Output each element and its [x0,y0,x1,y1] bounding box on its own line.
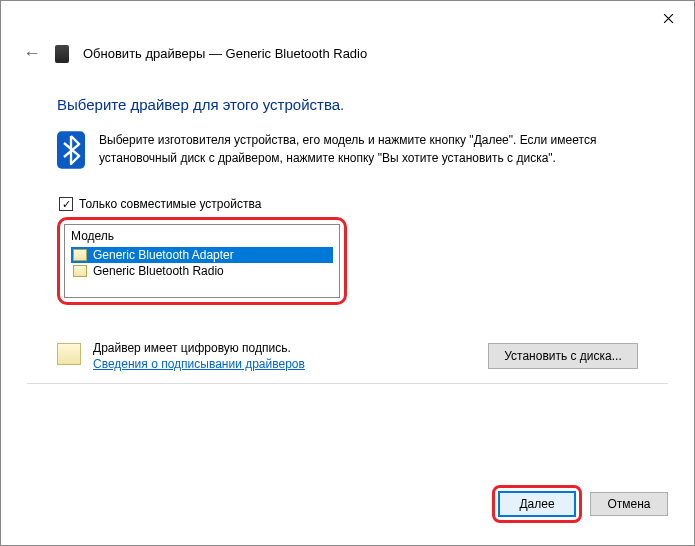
compatible-checkbox[interactable]: ✓ [59,197,73,211]
signature-row: Драйвер имеет цифровую подпись. Сведения… [57,341,638,371]
close-button[interactable] [650,4,686,32]
header-title: Обновить драйверы — Generic Bluetooth Ra… [83,46,367,61]
list-item[interactable]: Generic Bluetooth Radio [71,263,333,279]
model-highlight: Модель Generic Bluetooth Adapter Generic… [57,217,347,305]
footer: Далее Отмена [492,485,668,523]
info-row: Выберите изготовителя устройства, его мо… [57,131,638,169]
list-item-label: Generic Bluetooth Adapter [93,248,234,262]
signature-title: Драйвер имеет цифровую подпись. [93,341,476,355]
compatible-checkbox-label: Только совместимые устройства [79,197,261,211]
titlebar [1,1,694,35]
signature-text: Драйвер имеет цифровую подпись. Сведения… [93,341,476,371]
close-icon [663,13,674,24]
signature-link[interactable]: Сведения о подписывании драйверов [93,357,305,371]
info-text: Выберите изготовителя устройства, его мо… [99,131,638,169]
list-item[interactable]: Generic Bluetooth Adapter [71,247,333,263]
back-button[interactable]: ← [23,43,41,64]
install-from-disk-button[interactable]: Установить с диска... [488,343,638,369]
cancel-button[interactable]: Отмена [590,492,668,516]
certificate-icon [57,343,81,365]
divider [27,383,668,384]
next-button[interactable]: Далее [498,491,576,517]
compatible-checkbox-row: ✓ Только совместимые устройства [59,197,638,211]
list-item-label: Generic Bluetooth Radio [93,264,224,278]
model-listbox[interactable]: Модель Generic Bluetooth Adapter Generic… [64,224,340,298]
driver-icon [73,249,87,261]
driver-icon [73,265,87,277]
header: ← Обновить драйверы — Generic Bluetooth … [1,35,694,72]
content: Выберите драйвер для этого устройства. В… [1,72,694,384]
listbox-header: Модель [71,227,333,245]
next-highlight: Далее [492,485,582,523]
device-icon [55,45,69,63]
page-heading: Выберите драйвер для этого устройства. [57,96,638,113]
bluetooth-icon [57,131,85,169]
